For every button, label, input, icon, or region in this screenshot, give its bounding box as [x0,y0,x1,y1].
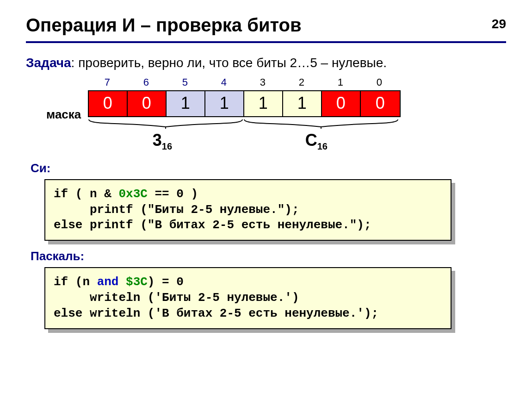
bit-index: 1 [321,76,360,90]
mask-label: маска [46,107,81,122]
hex-right: C16 [305,131,328,152]
code-p-box: if (n and $3C) = 0 writeln ('Биты 2-5 ну… [44,267,452,329]
bit-cell: 1 [167,91,205,116]
bit-cell: 1 [205,91,244,116]
bit-index: 2 [282,76,321,90]
hex-left: 316 [153,131,172,152]
bit-index-row: 76543210 [88,76,401,90]
bit-index: 0 [360,76,399,90]
page-number: 29 [492,17,506,31]
bit-cell: 1 [244,91,283,116]
bit-index: 3 [243,76,282,90]
bit-index: 7 [88,76,127,90]
slide-title: Операция И – проверка битов [26,15,506,36]
task-label: Задача [26,56,71,70]
bit-index: 6 [127,76,166,90]
bit-cell: 0 [361,91,400,116]
bit-value-row: 00111100 [88,90,401,117]
brace-row [88,119,401,130]
task-line: Задача: проверить, верно ли, что все бит… [26,54,506,72]
task-text: : проверить, верно ли, что все биты 2…5 … [71,56,387,70]
bit-cell: 1 [283,91,322,116]
bit-index: 4 [204,76,243,90]
lang-c-label: Си: [31,161,506,175]
title-rule [26,41,506,43]
bit-cell: 0 [128,91,167,116]
bit-cell: 0 [89,91,128,116]
bit-index: 5 [166,76,204,90]
code-c-box: if ( n & 0x3C == 0 ) printf ("Биты 2-5 н… [44,179,452,241]
bit-cell: 0 [322,91,361,116]
lang-p-label: Паскаль: [31,249,506,263]
hex-row: 316 C16 [88,131,401,153]
